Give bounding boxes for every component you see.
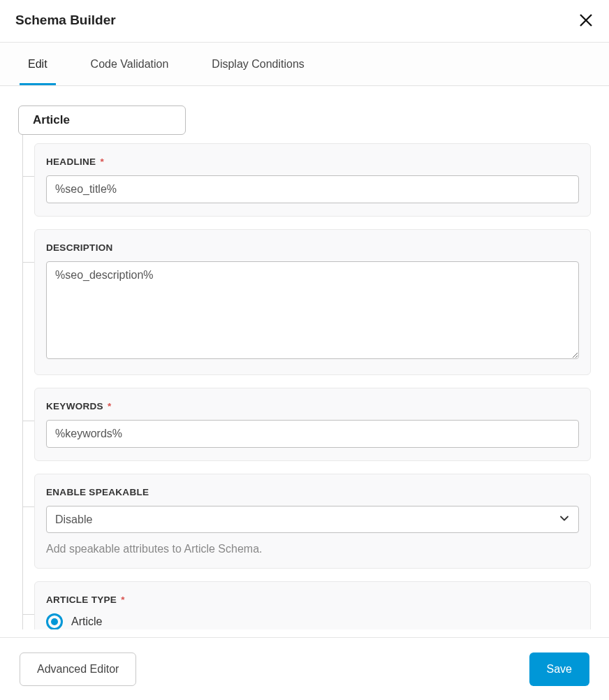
field-headline: HEADLINE * bbox=[34, 143, 591, 217]
keywords-label: KEYWORDS * bbox=[46, 401, 579, 411]
keywords-input[interactable] bbox=[46, 420, 579, 448]
schema-type-selector[interactable]: Article bbox=[18, 105, 186, 135]
keywords-label-text: KEYWORDS bbox=[46, 401, 103, 411]
form-content: Article HEADLINE * DESCRIPTION KEYWORDS … bbox=[0, 86, 609, 629]
radio-icon bbox=[46, 613, 63, 629]
speakable-select[interactable]: Disable bbox=[46, 506, 579, 533]
description-input[interactable] bbox=[46, 261, 579, 359]
field-description: DESCRIPTION bbox=[34, 229, 591, 375]
advanced-editor-button[interactable]: Advanced Editor bbox=[20, 652, 136, 686]
speakable-label: ENABLE SPEAKABLE bbox=[46, 487, 579, 497]
radio-label-article: Article bbox=[71, 615, 102, 628]
description-label: DESCRIPTION bbox=[46, 242, 579, 253]
headline-label-text: HEADLINE bbox=[46, 156, 96, 167]
field-tree: HEADLINE * DESCRIPTION KEYWORDS * ENABLE… bbox=[22, 135, 591, 629]
tab-bar: Edit Code Validation Display Conditions bbox=[0, 43, 609, 86]
required-marker: * bbox=[108, 401, 112, 411]
dialog-title: Schema Builder bbox=[15, 13, 116, 28]
article-type-label: ARTICLE TYPE * bbox=[46, 595, 579, 605]
dialog-footer: Advanced Editor Save bbox=[0, 637, 609, 700]
headline-label: HEADLINE * bbox=[46, 156, 579, 167]
speakable-select-wrap: Disable bbox=[46, 506, 579, 533]
field-keywords: KEYWORDS * bbox=[34, 388, 591, 461]
field-article-type: ARTICLE TYPE * Article bbox=[34, 581, 591, 629]
field-speakable: ENABLE SPEAKABLE Disable Add speakable a… bbox=[34, 474, 591, 569]
tab-edit[interactable]: Edit bbox=[20, 43, 56, 85]
required-marker: * bbox=[100, 156, 104, 167]
save-button[interactable]: Save bbox=[529, 652, 589, 686]
tab-display-conditions[interactable]: Display Conditions bbox=[203, 43, 313, 85]
radio-option-article[interactable]: Article bbox=[46, 613, 579, 629]
close-icon[interactable] bbox=[578, 13, 594, 28]
dialog-header: Schema Builder bbox=[0, 0, 609, 43]
headline-input[interactable] bbox=[46, 175, 579, 203]
article-type-label-text: ARTICLE TYPE bbox=[46, 595, 117, 605]
article-type-radio-group: Article bbox=[46, 613, 579, 629]
required-marker: * bbox=[121, 595, 125, 605]
tab-code-validation[interactable]: Code Validation bbox=[82, 43, 177, 85]
speakable-helper: Add speakable attributes to Article Sche… bbox=[46, 543, 579, 555]
